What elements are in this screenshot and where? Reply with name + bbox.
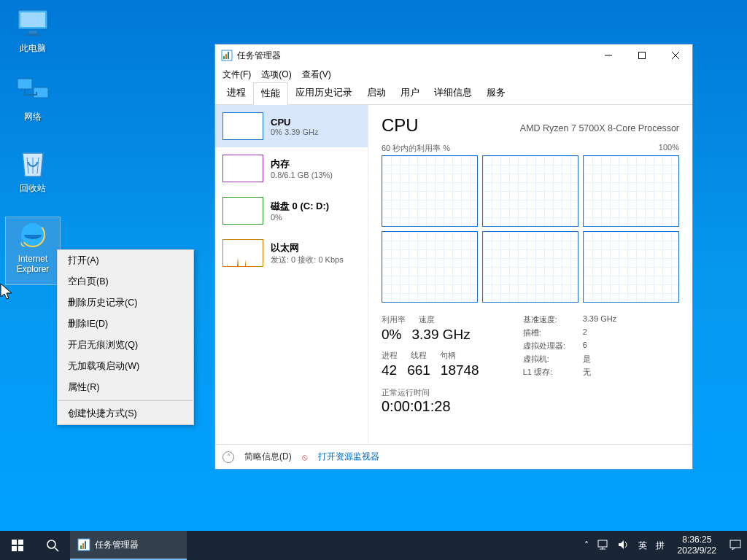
svg-rect-16 — [12, 546, 17, 551]
no-entry-icon: ⦸ — [302, 452, 308, 462]
uptime-value: 0:00:01:28 — [382, 398, 479, 415]
uptime-label: 正常运行时间 — [382, 387, 479, 398]
ime-lang[interactable]: 英 — [638, 540, 647, 552]
cpu-model: AMD Ryzen 7 5700X 8-Core Processor — [520, 123, 679, 133]
taskbar-task-manager[interactable]: 任务管理器 — [70, 531, 187, 560]
val-util: 0% — [382, 327, 401, 343]
rt-v0: 3.39 GHz — [583, 314, 616, 325]
cpu-thumb — [222, 112, 263, 140]
perf-main: CPU AMD Ryzen 7 5700X 8-Core Processor 6… — [368, 105, 692, 444]
graph-left-label: 60 秒内的利用率 % — [382, 143, 450, 154]
ctx-inprivate[interactable]: 开启无痕浏览(Q) — [58, 335, 193, 356]
tab-apphistory[interactable]: 应用历史记录 — [288, 82, 360, 104]
clock[interactable]: 8:36:25 2023/9/22 — [673, 534, 721, 556]
core-graph-4 — [482, 231, 578, 303]
search-button[interactable] — [35, 531, 70, 560]
desktop: 此电脑 网络 回收站 Internet Explorer 打开(A) 空白页(B… — [0, 0, 747, 560]
svg-rect-24 — [598, 540, 607, 547]
val-handles: 18748 — [441, 362, 479, 378]
rt-v3: 是 — [583, 354, 591, 365]
ime-mode[interactable]: 拼 — [656, 540, 665, 552]
memory-thumb — [222, 155, 263, 182]
core-graph-1 — [482, 155, 578, 227]
tab-services[interactable]: 服务 — [479, 82, 513, 104]
svg-rect-23 — [85, 541, 86, 549]
disk-thumb — [222, 197, 263, 225]
rt-v2: 6 — [583, 341, 587, 351]
icon-label: 网络 — [6, 111, 60, 123]
ctx-blank[interactable]: 空白页(B) — [58, 271, 193, 292]
side-ethernet[interactable]: 以太网 发送: 0 接收: 0 Kbps — [215, 232, 368, 274]
ctx-separator — [58, 400, 193, 401]
task-manager-window: 任务管理器 文件(F) 选项(O) 查看(V) 进程 性能 应用历史记录 启动 … — [214, 44, 693, 470]
tab-processes[interactable]: 进程 — [220, 82, 253, 104]
menu-view[interactable]: 查看(V) — [302, 69, 331, 81]
chevron-up-icon[interactable]: ˄ — [222, 451, 234, 463]
maximize-button[interactable] — [625, 44, 659, 66]
ethernet-thumb — [222, 239, 263, 267]
open-resmon[interactable]: 打开资源监视器 — [318, 451, 379, 463]
tab-users[interactable]: 用户 — [393, 82, 427, 104]
side-disk-sub: 0% — [271, 213, 329, 222]
ctx-del-hist[interactable]: 删除历史记录(C) — [58, 292, 193, 314]
ctx-del-ie[interactable]: 删除IE(D) — [58, 314, 193, 335]
window-title: 任务管理器 — [237, 50, 281, 62]
desktop-icon-ie[interactable]: Internet Explorer — [6, 217, 60, 284]
menu-file[interactable]: 文件(F) — [222, 69, 251, 81]
desktop-icon-this-pc[interactable]: 此电脑 — [6, 6, 60, 55]
graph-right-label: 100% — [659, 143, 679, 154]
svg-rect-17 — [18, 546, 23, 551]
fewer-details[interactable]: 简略信息(D) — [244, 451, 292, 463]
side-cpu[interactable]: CPU 0% 3.39 GHz — [215, 105, 368, 147]
tab-performance[interactable]: 性能 — [253, 82, 288, 105]
titlebar[interactable]: 任务管理器 — [215, 44, 692, 66]
side-mem-sub: 0.8/6.1 GB (13%) — [271, 171, 333, 179]
rt-k3: 虚拟机: — [523, 354, 574, 365]
tab-startup[interactable]: 启动 — [360, 82, 393, 104]
side-memory[interactable]: 内存 0.8/6.1 GB (13%) — [215, 147, 368, 190]
rt-k4: L1 缓存: — [523, 367, 574, 378]
svg-point-18 — [47, 540, 55, 548]
system-tray: ˄ 英 拼 8:36:25 2023/9/22 — [584, 534, 747, 556]
svg-rect-11 — [228, 52, 229, 59]
task-label: 任务管理器 — [95, 539, 139, 551]
mouse-cursor — [0, 283, 13, 300]
ctx-props[interactable]: 属性(R) — [58, 377, 193, 398]
side-disk[interactable]: 磁盘 0 (C: D:) 0% — [215, 190, 368, 232]
core-graph-3 — [382, 231, 478, 303]
svg-rect-2 — [29, 31, 36, 34]
svg-rect-27 — [730, 540, 740, 548]
tab-details[interactable]: 详细信息 — [427, 82, 479, 104]
rt-v1: 2 — [583, 327, 587, 338]
tabs: 进程 性能 应用历史记录 启动 用户 详细信息 服务 — [215, 82, 692, 105]
ctx-noaddons[interactable]: 无加载项启动(W) — [58, 356, 193, 377]
notifications-icon[interactable] — [729, 539, 741, 553]
minimize-button[interactable] — [592, 44, 625, 66]
ctx-open[interactable]: 打开(A) — [58, 250, 193, 271]
val-speed: 3.39 GHz — [411, 327, 470, 343]
cpu-core-grid — [382, 155, 679, 303]
icon-label: Internet Explorer — [6, 254, 60, 274]
svg-rect-1 — [20, 12, 45, 27]
close-button[interactable] — [659, 44, 692, 66]
desktop-icon-network[interactable]: 网络 — [6, 74, 60, 123]
ctx-shortcut[interactable]: 创建快捷方式(S) — [58, 403, 193, 424]
network-tray-icon[interactable] — [597, 540, 609, 552]
volume-icon[interactable] — [618, 540, 630, 552]
svg-rect-10 — [225, 54, 227, 59]
core-graph-0 — [382, 155, 478, 227]
cpu-info-table: 基准速度:3.39 GHz 插槽:2 虚拟处理器:6 虚拟机:是 L1 缓存:无 — [523, 314, 616, 415]
desktop-icon-recycle-bin[interactable]: 回收站 — [6, 146, 60, 195]
svg-rect-9 — [223, 56, 225, 59]
menu-options[interactable]: 选项(O) — [261, 69, 291, 81]
lbl-threads: 线程 — [411, 350, 427, 361]
tray-expand-icon[interactable]: ˄ — [584, 540, 589, 551]
icon-label: 回收站 — [6, 182, 60, 195]
start-button[interactable] — [0, 531, 35, 560]
context-menu: 打开(A) 空白页(B) 删除历史记录(C) 删除IE(D) 开启无痕浏览(Q)… — [57, 249, 194, 425]
svg-rect-15 — [18, 540, 23, 545]
svg-line-19 — [55, 548, 58, 551]
side-cpu-title: CPU — [271, 117, 318, 128]
tm-footer: ˄ 简略信息(D) ⦸ 打开资源监视器 — [215, 444, 692, 469]
val-threads: 661 — [407, 362, 430, 378]
